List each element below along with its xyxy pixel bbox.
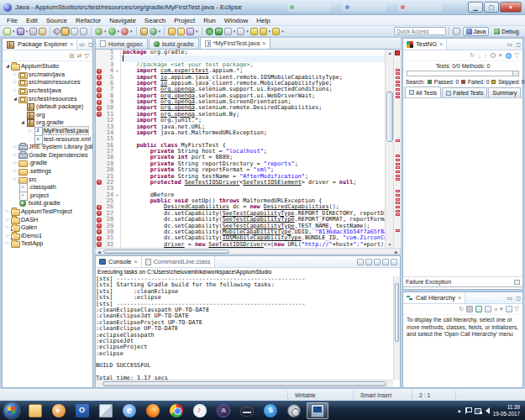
maximize-button[interactable]: ▢ [484,2,499,13]
network-icon[interactable] [475,407,482,414]
tree-item--classpath[interactable]: .classpath [3,183,92,192]
code-line[interactable]: 25 public void setUp() throws MalformedU… [96,198,400,204]
tree-item-org[interactable]: org [3,111,92,119]
tree-item-appiumstudio[interactable]: ◢AppiumStudio [3,62,92,71]
code-line[interactable]: ×5 import io.appium.java_client.remote.I… [96,75,400,81]
resume-icon[interactable] [206,28,213,35]
error-overview-marker[interactable] [396,155,400,157]
tree-item-src[interactable]: ▷src [3,175,92,183]
error-overview-marker[interactable] [396,229,400,232]
next-failure-icon[interactable]: ↓ [478,53,481,59]
taskbar-app-media[interactable] [48,402,70,419]
open-console-icon[interactable] [374,259,381,265]
tree-item-jre-system-library-jdk1-8-0[interactable]: ▷JRE System Library [jdk1.8.0 [3,143,92,151]
debug-icon[interactable] [95,28,102,35]
caller-hierarchy-icon[interactable] [485,306,491,312]
testng-tab-all-tests[interactable]: All Tests [405,87,441,97]
editor-tab-build-gradle[interactable]: build.gradle [149,38,199,49]
cancel-icon[interactable] [466,306,473,312]
call-hierarchy-tab[interactable]: Call Hierarchy × [403,292,465,303]
error-overview-marker[interactable] [396,178,400,181]
code-line[interactable]: 17 private String host = "localhost"; [96,149,400,155]
search-icon[interactable] [186,28,194,35]
prev-annotation-icon[interactable] [237,28,244,35]
expanded-arrow-icon[interactable]: ◢ [4,64,11,68]
error-overview-marker[interactable] [396,159,400,161]
tree-item-galen[interactable]: ▷Galen [3,223,92,232]
clear-console-icon[interactable] [357,259,364,265]
tree-item-appiumtestproject[interactable]: ▷AppiumTestProject [3,207,92,216]
error-overview-marker[interactable] [396,88,400,91]
code-line[interactable]: ×27 dc.setCapability(SeeTestCapabilityTy… [96,211,400,217]
error-overview-marker[interactable] [396,194,400,197]
view-menu-icon[interactable]: ▽ [85,53,89,59]
maximize-view-icon[interactable]: ◻ [87,41,95,48]
collapsed-arrow-icon[interactable]: ▷ [12,144,18,149]
fold-collapse-icon[interactable]: ⊖ [114,192,121,198]
close-view-icon[interactable]: × [70,41,73,47]
cut-icon[interactable] [53,27,61,35]
error-overview-marker[interactable] [396,92,400,95]
code-line[interactable]: ×11 import org.openqa.selenium.By; [96,112,400,118]
save-icon[interactable] [17,28,24,35]
error-overview-marker[interactable] [396,84,400,87]
collapsed-arrow-icon[interactable]: ▷ [12,169,18,173]
editor-overview-ruler[interactable] [393,50,401,248]
tree-item--default-package-[interactable]: (default package) [3,102,92,111]
tree-item-org-gradle[interactable]: ◢org.gradle [3,118,92,127]
code-line[interactable]: ×31 dc.setCapability(IOSMobileCapability… [96,235,400,241]
layout-menu-icon[interactable]: ≡ [494,307,497,312]
code-line[interactable]: 24⊖ @Before [96,192,400,198]
volume-icon[interactable] [486,407,490,414]
perspective-java-button[interactable]: Java [463,27,490,36]
error-overview-marker[interactable] [396,96,400,98]
collapse-all-icon[interactable]: ⊟ [70,53,75,59]
gradle-icon[interactable] [150,28,157,35]
minimize-button[interactable]: ▁ [468,2,483,13]
collapsed-arrow-icon[interactable]: ▷ [4,241,11,245]
next-annotation-icon[interactable] [224,28,232,35]
pin-view-icon[interactable] [506,306,512,312]
code-line[interactable]: ×9 import org.openqa.selenium.ScreenOrie… [96,99,400,105]
collapsed-arrow-icon[interactable]: ▷ [12,177,18,181]
compare-icon[interactable] [514,280,520,285]
console-tab-console[interactable]: Console× [96,256,142,267]
tree-item-gradle-dependencies[interactable]: ▷Gradle Dependencies [3,151,92,160]
refresh-icon[interactable]: ↻ [459,306,464,312]
taskbar-app-chrome[interactable] [165,402,187,419]
tree-item-test-resource-xml[interactable]: test-resource.xml [3,134,92,143]
minimize-view-icon[interactable]: ▭ [506,41,515,48]
scroll-lock-icon[interactable] [391,259,397,265]
taskbar-app-outlook[interactable] [71,402,93,419]
error-overview-marker[interactable] [396,76,400,79]
close-view-icon[interactable]: × [458,295,461,301]
minimize-view-icon[interactable]: ▭ [77,41,87,48]
code-line[interactable]: 19 private String reportDirectory = "rep… [96,161,400,167]
menu-project[interactable]: Project [170,17,199,24]
focus-icon[interactable] [475,306,482,312]
show-hidden-icons-icon[interactable]: ▲ [457,408,462,413]
collapsed-arrow-icon[interactable]: ▷ [12,153,18,157]
console-tab-commandline-class[interactable]: CommandLine.class [142,256,215,267]
code-line[interactable]: 16 public class MyFirstTest { [96,143,400,149]
menu-search[interactable]: Search [140,17,170,24]
toggle-block-selection-icon[interactable] [80,28,87,35]
menu-refactor[interactable]: Refactor [71,17,105,24]
tree-item-myfirsttest-java[interactable]: ▷MyFirstTest.java [3,127,92,135]
collapsed-arrow-icon[interactable]: ▷ [12,88,18,92]
prev-failure-icon[interactable]: ↑ [485,53,488,59]
code-line[interactable]: 12 import org.junit.*; [96,118,400,123]
error-overview-marker[interactable] [396,213,400,216]
open-folder-icon[interactable] [168,28,176,35]
taskbar-app-firefox[interactable] [142,402,164,419]
error-overview-marker[interactable] [396,166,400,169]
code-line[interactable]: ×26 DesiredCapabilities dc = new Desired… [96,204,400,210]
taskbar-app-gauge[interactable] [283,402,305,419]
scroll-right-icon[interactable]: ▶ [393,249,400,255]
console-horizontal-scrollbar[interactable] [96,380,393,387]
collapsed-arrow-icon[interactable]: ▷ [4,218,11,222]
minimize-view-icon[interactable]: ▭ [506,295,515,302]
collapsed-arrow-icon[interactable]: ▷ [27,129,34,133]
code-line[interactable]: ×22 protected SeeTestIOSDriver<SeeTestIO… [96,180,400,186]
action-center-icon[interactable] [465,407,471,414]
